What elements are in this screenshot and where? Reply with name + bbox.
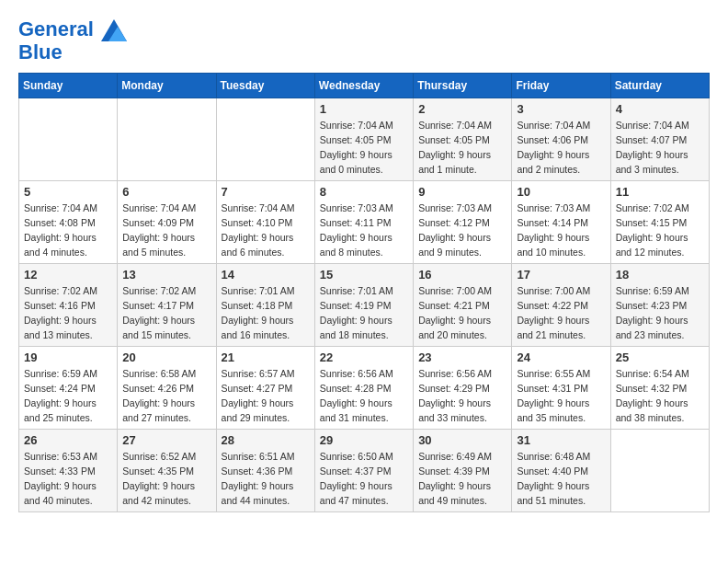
calendar-cell: 24Sunrise: 6:55 AM Sunset: 4:31 PM Dayli… <box>512 347 610 430</box>
day-number: 2 <box>418 102 506 116</box>
logo-blue: Blue <box>18 41 129 63</box>
calendar-cell: 23Sunrise: 6:56 AM Sunset: 4:29 PM Dayli… <box>414 347 512 430</box>
day-number: 13 <box>122 268 210 282</box>
day-number: 9 <box>418 185 506 199</box>
day-number: 23 <box>418 350 506 364</box>
day-info: Sunrise: 6:48 AM Sunset: 4:40 PM Dayligh… <box>517 450 605 508</box>
day-info: Sunrise: 6:54 AM Sunset: 4:32 PM Dayligh… <box>616 367 704 425</box>
calendar-cell: 30Sunrise: 6:49 AM Sunset: 4:39 PM Dayli… <box>414 430 512 512</box>
day-info: Sunrise: 7:01 AM Sunset: 4:18 PM Dayligh… <box>222 284 310 342</box>
page-header: General Blue <box>18 18 710 63</box>
logo-icon <box>101 19 127 41</box>
calendar-cell: 9Sunrise: 7:03 AM Sunset: 4:12 PM Daylig… <box>414 181 512 264</box>
day-number: 28 <box>222 433 310 447</box>
day-number: 6 <box>122 185 210 199</box>
day-number: 29 <box>320 433 408 447</box>
weekday-sunday: Sunday <box>19 74 118 98</box>
day-info: Sunrise: 6:50 AM Sunset: 4:37 PM Dayligh… <box>320 450 408 508</box>
calendar-cell: 15Sunrise: 7:01 AM Sunset: 4:19 PM Dayli… <box>314 264 413 347</box>
day-number: 10 <box>517 185 605 199</box>
day-info: Sunrise: 7:03 AM Sunset: 4:11 PM Dayligh… <box>320 201 408 259</box>
calendar-cell: 12Sunrise: 7:02 AM Sunset: 4:16 PM Dayli… <box>19 264 118 347</box>
day-number: 30 <box>418 433 506 447</box>
day-info: Sunrise: 6:59 AM Sunset: 4:23 PM Dayligh… <box>616 284 704 342</box>
day-number: 17 <box>517 268 605 282</box>
day-info: Sunrise: 7:04 AM Sunset: 4:05 PM Dayligh… <box>418 119 506 177</box>
day-info: Sunrise: 7:04 AM Sunset: 4:06 PM Dayligh… <box>517 119 605 177</box>
day-number: 4 <box>616 102 704 116</box>
calendar-cell: 7Sunrise: 7:04 AM Sunset: 4:10 PM Daylig… <box>216 181 314 264</box>
calendar-cell: 26Sunrise: 6:53 AM Sunset: 4:33 PM Dayli… <box>19 430 118 512</box>
calendar-cell: 8Sunrise: 7:03 AM Sunset: 4:11 PM Daylig… <box>314 181 413 264</box>
day-number: 19 <box>24 350 112 364</box>
day-info: Sunrise: 7:00 AM Sunset: 4:22 PM Dayligh… <box>517 284 605 342</box>
day-info: Sunrise: 7:03 AM Sunset: 4:12 PM Dayligh… <box>418 201 506 259</box>
day-number: 26 <box>24 433 112 447</box>
day-info: Sunrise: 6:56 AM Sunset: 4:28 PM Dayligh… <box>320 367 408 425</box>
day-info: Sunrise: 7:02 AM Sunset: 4:16 PM Dayligh… <box>24 284 112 342</box>
day-info: Sunrise: 6:52 AM Sunset: 4:35 PM Dayligh… <box>122 450 210 508</box>
calendar-cell <box>610 430 709 512</box>
weekday-wednesday: Wednesday <box>314 74 413 98</box>
calendar-cell: 16Sunrise: 7:00 AM Sunset: 4:21 PM Dayli… <box>414 264 512 347</box>
weekday-tuesday: Tuesday <box>216 74 314 98</box>
calendar-week-1: 1Sunrise: 7:04 AM Sunset: 4:05 PM Daylig… <box>19 98 710 181</box>
day-info: Sunrise: 6:51 AM Sunset: 4:36 PM Dayligh… <box>222 450 310 508</box>
weekday-monday: Monday <box>118 74 216 98</box>
day-info: Sunrise: 7:02 AM Sunset: 4:15 PM Dayligh… <box>616 201 704 259</box>
logo-general: General <box>18 17 94 40</box>
weekday-thursday: Thursday <box>414 74 512 98</box>
day-info: Sunrise: 7:04 AM Sunset: 4:09 PM Dayligh… <box>122 201 210 259</box>
calendar-cell: 29Sunrise: 6:50 AM Sunset: 4:37 PM Dayli… <box>314 430 413 512</box>
day-number: 15 <box>320 268 408 282</box>
calendar-cell: 25Sunrise: 6:54 AM Sunset: 4:32 PM Dayli… <box>610 347 709 430</box>
day-info: Sunrise: 6:57 AM Sunset: 4:27 PM Dayligh… <box>222 367 310 425</box>
day-info: Sunrise: 7:01 AM Sunset: 4:19 PM Dayligh… <box>320 284 408 342</box>
calendar-week-5: 26Sunrise: 6:53 AM Sunset: 4:33 PM Dayli… <box>19 430 710 512</box>
day-info: Sunrise: 7:02 AM Sunset: 4:17 PM Dayligh… <box>122 284 210 342</box>
day-info: Sunrise: 6:49 AM Sunset: 4:39 PM Dayligh… <box>418 450 506 508</box>
calendar-cell: 6Sunrise: 7:04 AM Sunset: 4:09 PM Daylig… <box>118 181 216 264</box>
day-number: 12 <box>24 268 112 282</box>
day-number: 21 <box>222 350 310 364</box>
calendar-cell: 4Sunrise: 7:04 AM Sunset: 4:07 PM Daylig… <box>610 98 709 181</box>
calendar-cell: 21Sunrise: 6:57 AM Sunset: 4:27 PM Dayli… <box>216 347 314 430</box>
day-info: Sunrise: 7:04 AM Sunset: 4:07 PM Dayligh… <box>616 119 704 177</box>
day-info: Sunrise: 6:59 AM Sunset: 4:24 PM Dayligh… <box>24 367 112 425</box>
calendar-cell: 17Sunrise: 7:00 AM Sunset: 4:22 PM Dayli… <box>512 264 610 347</box>
calendar-cell <box>19 98 118 181</box>
day-info: Sunrise: 6:56 AM Sunset: 4:29 PM Dayligh… <box>418 367 506 425</box>
calendar-cell: 11Sunrise: 7:02 AM Sunset: 4:15 PM Dayli… <box>610 181 709 264</box>
calendar-header: SundayMondayTuesdayWednesdayThursdayFrid… <box>19 74 710 98</box>
day-info: Sunrise: 6:58 AM Sunset: 4:26 PM Dayligh… <box>122 367 210 425</box>
day-number: 16 <box>418 268 506 282</box>
calendar-week-2: 5Sunrise: 7:04 AM Sunset: 4:08 PM Daylig… <box>19 181 710 264</box>
day-number: 27 <box>122 433 210 447</box>
calendar-cell: 13Sunrise: 7:02 AM Sunset: 4:17 PM Dayli… <box>118 264 216 347</box>
calendar-cell: 1Sunrise: 7:04 AM Sunset: 4:05 PM Daylig… <box>314 98 413 181</box>
weekday-friday: Friday <box>512 74 610 98</box>
day-info: Sunrise: 7:04 AM Sunset: 4:08 PM Dayligh… <box>24 201 112 259</box>
calendar-cell: 22Sunrise: 6:56 AM Sunset: 4:28 PM Dayli… <box>314 347 413 430</box>
day-number: 31 <box>517 433 605 447</box>
day-info: Sunrise: 7:04 AM Sunset: 4:10 PM Dayligh… <box>222 201 310 259</box>
day-number: 14 <box>222 268 310 282</box>
calendar-table: SundayMondayTuesdayWednesdayThursdayFrid… <box>18 73 710 512</box>
calendar-cell: 18Sunrise: 6:59 AM Sunset: 4:23 PM Dayli… <box>610 264 709 347</box>
calendar-cell: 20Sunrise: 6:58 AM Sunset: 4:26 PM Dayli… <box>118 347 216 430</box>
day-number: 18 <box>616 268 704 282</box>
calendar-cell: 5Sunrise: 7:04 AM Sunset: 4:08 PM Daylig… <box>19 181 118 264</box>
day-number: 25 <box>616 350 704 364</box>
calendar-cell: 2Sunrise: 7:04 AM Sunset: 4:05 PM Daylig… <box>414 98 512 181</box>
day-number: 24 <box>517 350 605 364</box>
calendar-cell <box>216 98 314 181</box>
day-info: Sunrise: 7:03 AM Sunset: 4:14 PM Dayligh… <box>517 201 605 259</box>
calendar-body: 1Sunrise: 7:04 AM Sunset: 4:05 PM Daylig… <box>19 98 710 512</box>
day-number: 3 <box>517 102 605 116</box>
calendar-cell: 3Sunrise: 7:04 AM Sunset: 4:06 PM Daylig… <box>512 98 610 181</box>
calendar-week-4: 19Sunrise: 6:59 AM Sunset: 4:24 PM Dayli… <box>19 347 710 430</box>
calendar-cell <box>118 98 216 181</box>
calendar-cell: 10Sunrise: 7:03 AM Sunset: 4:14 PM Dayli… <box>512 181 610 264</box>
day-number: 5 <box>24 185 112 199</box>
calendar-cell: 28Sunrise: 6:51 AM Sunset: 4:36 PM Dayli… <box>216 430 314 512</box>
